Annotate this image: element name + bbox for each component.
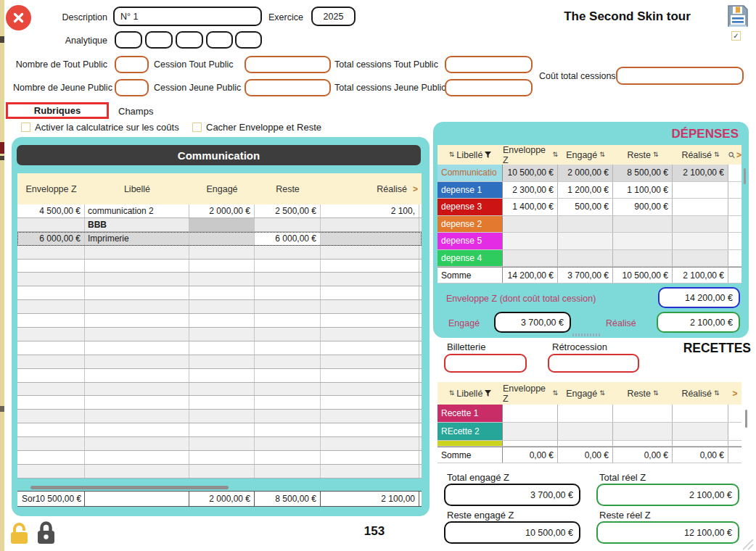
- cell-enveloppe[interactable]: [17, 314, 85, 327]
- table-row[interactable]: [17, 383, 422, 397]
- cell-realise[interactable]: [321, 410, 419, 423]
- table-row[interactable]: [17, 355, 422, 369]
- table-row[interactable]: depense 5: [437, 233, 741, 250]
- cell-engage[interactable]: [558, 233, 613, 249]
- cell-enveloppe[interactable]: [17, 218, 85, 231]
- chevron-right-icon[interactable]: >: [732, 389, 737, 399]
- table-row[interactable]: REcette 2: [437, 423, 741, 441]
- table-row[interactable]: depense 4: [437, 250, 741, 268]
- cell-enveloppe[interactable]: 2 300,00 €: [503, 182, 558, 199]
- cell-libelle[interactable]: [85, 286, 189, 299]
- cell-engage[interactable]: [189, 218, 255, 231]
- cell-engage[interactable]: [189, 355, 255, 368]
- nombre-tout-public-input[interactable]: [115, 56, 149, 73]
- cell-realise[interactable]: 2 100,: [321, 204, 419, 218]
- cell-enveloppe[interactable]: [17, 260, 85, 273]
- cell-libelle[interactable]: depense 5: [437, 233, 503, 249]
- analytique-box-3[interactable]: [176, 31, 203, 49]
- recettes-scrollbar[interactable]: [745, 410, 747, 428]
- cell-libelle[interactable]: [85, 465, 189, 478]
- cell-realise[interactable]: [321, 396, 419, 409]
- cell-engage[interactable]: [189, 465, 255, 478]
- table-row[interactable]: [17, 465, 422, 478]
- cell-enveloppe[interactable]: [503, 250, 558, 267]
- reste-reel-field[interactable]: 12 100,00 €: [596, 521, 739, 544]
- cell-reste[interactable]: [255, 246, 321, 259]
- total-reel-field[interactable]: 2 100,00 €: [596, 484, 739, 506]
- cell-reste[interactable]: [255, 273, 321, 286]
- sort-icon[interactable]: ⇅: [449, 152, 455, 158]
- cell-enveloppe[interactable]: 6 000,00 €: [17, 232, 85, 245]
- billetterie-input[interactable]: [444, 354, 527, 373]
- cell-realise[interactable]: [321, 314, 419, 327]
- cell-realise[interactable]: [321, 286, 419, 299]
- analytique-box-1[interactable]: [115, 31, 142, 49]
- cell-engage[interactable]: [189, 437, 255, 450]
- retrocession-input[interactable]: [548, 354, 639, 373]
- cell-reste[interactable]: [613, 250, 673, 267]
- cell-enveloppe[interactable]: [17, 465, 85, 478]
- sort-icon[interactable]: ⇅: [552, 152, 558, 158]
- column-header[interactable]: Réalisé⇅: [673, 145, 728, 165]
- reste-engage-field[interactable]: 10 500,00 €: [444, 521, 580, 544]
- cell-reste[interactable]: [255, 423, 321, 436]
- cell-libelle[interactable]: [85, 396, 189, 409]
- cell-libelle[interactable]: depense 1: [437, 182, 503, 199]
- depenses-scrollbar[interactable]: [744, 168, 746, 184]
- cell-libelle[interactable]: [85, 451, 189, 464]
- cell-engage[interactable]: 1 200,00 €: [558, 182, 613, 199]
- cell-realise[interactable]: [321, 273, 419, 286]
- cell-enveloppe[interactable]: [503, 233, 558, 249]
- cell-engage[interactable]: [189, 300, 255, 313]
- cell-engage[interactable]: [189, 232, 255, 245]
- column-header[interactable]: Enveloppe Z⇅: [503, 145, 558, 165]
- cell-reste[interactable]: [255, 260, 321, 273]
- column-header[interactable]: Réalisé⇅: [673, 382, 728, 405]
- cell-engage[interactable]: [558, 250, 613, 267]
- enveloppe-z-field[interactable]: 14 200,00 €: [658, 287, 740, 308]
- cell-engage[interactable]: [189, 451, 255, 464]
- sort-icon[interactable]: ⇅: [599, 152, 605, 158]
- exercice-input[interactable]: 2025: [311, 7, 356, 26]
- column-header[interactable]: Engagé⇅: [558, 145, 613, 165]
- table-row[interactable]: [17, 341, 422, 355]
- column-header[interactable]: Libellé: [85, 184, 189, 194]
- column-header[interactable]: Reste⇅: [613, 145, 673, 165]
- table-row[interactable]: [17, 410, 422, 423]
- cell-realise[interactable]: [673, 199, 728, 215]
- lock-button[interactable]: [35, 520, 57, 549]
- cell-reste[interactable]: [255, 314, 321, 327]
- cell-reste[interactable]: [613, 216, 673, 233]
- cell-engage[interactable]: [189, 328, 255, 341]
- column-header[interactable]: Enveloppe Z: [17, 184, 85, 194]
- cell-engage[interactable]: [189, 369, 255, 382]
- cell-enveloppe[interactable]: [17, 423, 85, 436]
- cell-libelle[interactable]: REcette 2: [437, 423, 503, 440]
- table-row[interactable]: depense 31 400,00 €500,00 €900,00 €: [437, 199, 741, 216]
- analytique-box-4[interactable]: [206, 31, 233, 49]
- close-button[interactable]: [6, 5, 31, 30]
- cell-realise[interactable]: [321, 218, 419, 231]
- cell-enveloppe[interactable]: [17, 383, 85, 396]
- cell-realise[interactable]: 2 100,00 €: [673, 165, 728, 181]
- cell-enveloppe[interactable]: [17, 437, 85, 450]
- cell-enveloppe[interactable]: [17, 286, 85, 299]
- cell-reste[interactable]: 1 100,00 €: [613, 182, 673, 199]
- total-cessions-jeune-public-input[interactable]: [445, 79, 533, 96]
- cell-engage[interactable]: [189, 396, 255, 409]
- cell-enveloppe[interactable]: [17, 396, 85, 409]
- cell-libelle[interactable]: depense 3: [437, 199, 503, 215]
- table-row[interactable]: [17, 314, 422, 328]
- nombre-jeune-public-input[interactable]: [115, 79, 149, 96]
- sort-icon[interactable]: ⇅: [599, 390, 605, 397]
- column-header[interactable]: ⇅Libellé: [437, 145, 503, 165]
- cell-reste[interactable]: [613, 441, 673, 446]
- table-row[interactable]: 6 000,00 €Imprimerie6 000,00 €: [17, 232, 422, 246]
- cell-reste[interactable]: [255, 218, 321, 231]
- cell-libelle[interactable]: [85, 273, 189, 286]
- cell-reste[interactable]: [613, 405, 673, 422]
- cell-realise[interactable]: [321, 341, 419, 355]
- cell-enveloppe[interactable]: 1 400,00 €: [503, 199, 558, 215]
- cell-reste[interactable]: [255, 355, 321, 368]
- cell-engage[interactable]: [189, 410, 255, 423]
